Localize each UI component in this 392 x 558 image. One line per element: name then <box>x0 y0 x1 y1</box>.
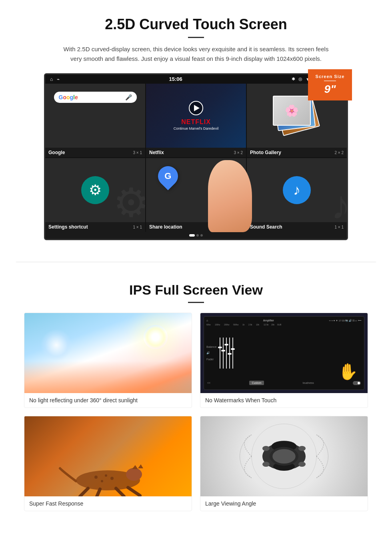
cheetah-svg <box>48 456 168 496</box>
equalizer-image: ⌂ Amplifier ▪ ▪ ▪ ♥ ▼ 17:33 📷 🔊 ☒ ▭ ⟵ 60… <box>200 313 368 393</box>
settings-icon-wrapper: ⚙ <box>81 176 109 204</box>
eq-freq-100: 100hz <box>215 323 224 326</box>
touch-hand-icon: 🤚 <box>338 362 358 381</box>
eq-thumb-5 <box>231 348 235 350</box>
eq-freq-2k5: 2.5k <box>248 323 256 326</box>
sound-bg-ghost: ♪ <box>331 182 347 222</box>
google-maps-logo: G <box>158 166 178 186</box>
eq-title: Amplifier <box>263 319 274 322</box>
section-ips-view: IPS Full Screen View No light reflecting… <box>0 274 392 527</box>
netflix-subtitle: Continue Marvel's Daredevil <box>174 126 218 130</box>
google-app-name: Google <box>48 150 65 155</box>
netflix-app-cell[interactable]: NETFLIX Continue Marvel's Daredevil Netf… <box>146 84 246 157</box>
eq-header: ⌂ Amplifier ▪ ▪ ▪ ♥ ▼ 17:33 📷 🔊 ☒ ▭ ⟵ <box>206 319 362 322</box>
sound-icon-circle: ♪ <box>283 176 311 204</box>
settings-bg-ghost: ⚙ <box>113 179 145 222</box>
svg-point-19 <box>298 446 306 451</box>
sound-search-cell[interactable]: ♪ ♪ Sound Search 1 × 1 <box>247 158 347 232</box>
sunlight-label: No light reflecting under 360° direct su… <box>24 393 192 407</box>
svg-marker-3 <box>138 464 143 468</box>
home-icon: ⌂ <box>50 76 53 82</box>
svg-line-5 <box>96 489 100 496</box>
lens-flare <box>40 329 72 361</box>
netflix-app-name: Netflix <box>149 150 164 155</box>
settings-cell[interactable]: ⚙ ⚙ Settings shortcut 1 × 1 <box>45 158 145 232</box>
eq-slider-1 <box>220 327 220 379</box>
google-label-row: Google 3 × 1 <box>45 148 145 157</box>
pointing-hand <box>208 160 252 232</box>
svg-marker-2 <box>132 465 138 469</box>
eq-freq-60: 60hz <box>206 323 214 326</box>
photo-gallery-name: Photo Gallery <box>250 150 281 155</box>
watermarks-label: No Watermarks When Touch <box>200 393 368 407</box>
eq-thumb-3 <box>224 344 228 345</box>
eq-track-2 <box>223 337 224 369</box>
settings-cell-inner: ⚙ ⚙ <box>45 158 145 222</box>
car-svg <box>228 420 340 492</box>
eq-slider-2 <box>223 327 224 379</box>
eq-fader-label: Fader <box>206 358 216 361</box>
android-screen: ⌂ ⌁ 15:06 ✱ ◎ ▼ 📷 🔊 ☒ ▭ <box>44 73 348 240</box>
svg-point-17 <box>272 449 296 464</box>
svg-point-20 <box>262 462 270 467</box>
svg-point-10 <box>110 477 114 480</box>
badge-divider <box>324 80 336 81</box>
netflix-play-button[interactable] <box>189 101 203 115</box>
sunlight-image <box>24 313 192 393</box>
eq-slider-5 <box>232 327 233 379</box>
sound-search-label-row: Sound Search 1 × 1 <box>247 222 347 232</box>
music-note-icon: ♪ <box>293 182 300 199</box>
svg-point-1 <box>126 468 142 481</box>
netflix-cell-inner: NETFLIX Continue Marvel's Daredevil <box>146 84 246 148</box>
response-label: Super Fast Response <box>24 496 192 511</box>
status-bar: ⌂ ⌁ 15:06 ✱ ◎ ▼ 📷 🔊 ☒ ▭ <box>45 74 347 84</box>
eq-back-btn: << <box>207 381 210 384</box>
google-app-cell[interactable]: Google 🎤 Google 3 × 1 <box>45 84 145 157</box>
google-logo: Google <box>59 94 78 100</box>
dot-3 <box>200 234 203 237</box>
eq-thumb-1 <box>218 347 222 348</box>
google-cell-inner: Google 🎤 <box>45 84 145 148</box>
section1-description: With 2.5D curved-display screen, this de… <box>60 44 332 64</box>
eq-slider-4 <box>229 327 230 379</box>
eq-freq-sub: SUB <box>277 323 281 326</box>
google-search-bar[interactable]: Google 🎤 <box>54 92 137 103</box>
section2-divider <box>188 302 204 303</box>
toggle-thumb <box>358 382 360 384</box>
eq-track-3 <box>226 337 227 369</box>
svg-point-21 <box>298 462 306 467</box>
eq-loudness-toggle[interactable] <box>353 381 361 385</box>
settings-grid-size: 1 × 1 <box>133 225 142 229</box>
eq-screen-mock: ⌂ Amplifier ▪ ▪ ▪ ♥ ▼ 17:33 📷 🔊 ☒ ▭ ⟵ 60… <box>204 316 364 390</box>
eq-loudness-label: loudness <box>303 381 314 384</box>
eq-volume-icon: 🔊 <box>206 351 216 355</box>
share-location-cell[interactable]: G Share location 1 × 1 <box>146 158 246 232</box>
eq-thumb-4 <box>228 353 232 355</box>
status-left-icons: ⌂ ⌁ <box>50 76 60 82</box>
netflix-logo: NETFLIX <box>174 118 218 126</box>
location-icon: ◎ <box>298 76 302 82</box>
maps-g-letter: G <box>164 171 171 181</box>
eq-track-5 <box>232 337 233 369</box>
feature-grid: No light reflecting under 360° direct su… <box>24 313 368 511</box>
svg-point-11 <box>101 480 103 482</box>
photo-card-front: 🌸 <box>273 96 311 126</box>
sound-search-name: Sound Search <box>250 224 282 230</box>
cheetah-silhouette-area <box>28 460 188 492</box>
eq-freq-12k5: 12.5k <box>264 323 271 326</box>
badge-size: 9" <box>314 83 346 96</box>
photo-gallery-label-row: Photo Gallery 2 × 2 <box>247 148 347 157</box>
hand-shape <box>208 160 252 232</box>
flower-icon: 🌸 <box>285 104 299 117</box>
svg-line-7 <box>128 488 140 496</box>
sunlight-gradient-overlay <box>24 361 192 393</box>
svg-point-9 <box>105 474 107 477</box>
svg-point-18 <box>262 446 270 451</box>
sound-search-grid: 1 × 1 <box>334 225 344 229</box>
settings-gear-icon: ⚙ <box>89 182 102 199</box>
screen-size-badge: Screen Size 9" <box>308 69 352 100</box>
eq-balance-label: Balance <box>206 345 216 348</box>
section-touch-screen: 2.5D Curved Touch Screen With 2.5D curve… <box>0 0 392 250</box>
settings-app-name: Settings shortcut <box>48 224 88 230</box>
feature-card-sunlight: No light reflecting under 360° direct su… <box>24 313 192 408</box>
